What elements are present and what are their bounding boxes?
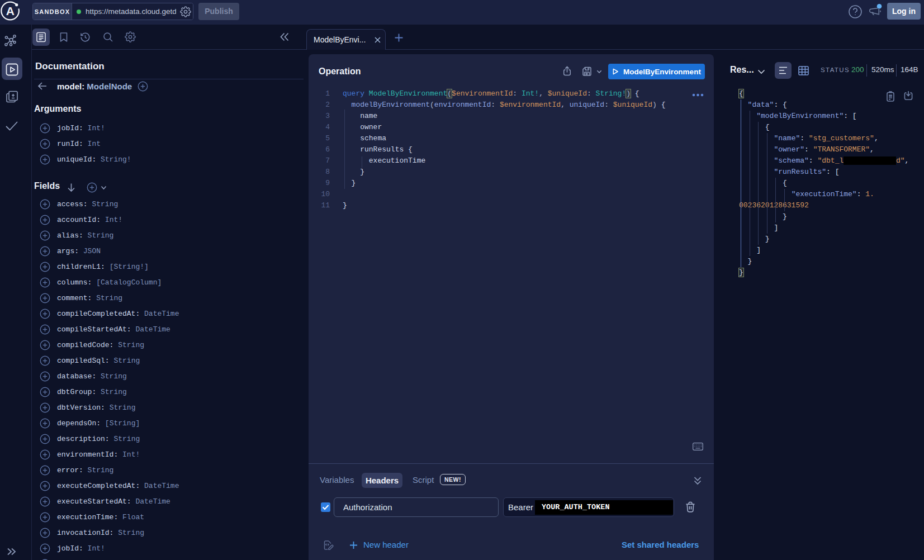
svg-text:A: A xyxy=(6,4,15,17)
